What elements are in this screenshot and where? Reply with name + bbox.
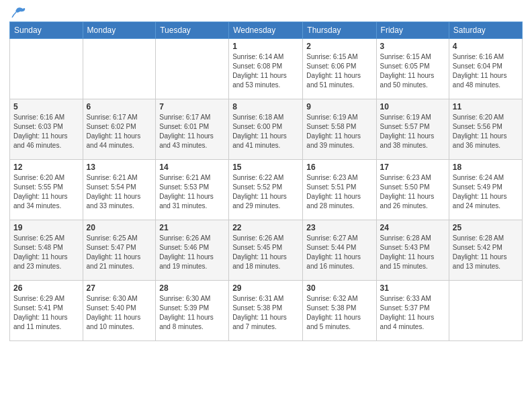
calendar-week-row: 1Sunrise: 6:14 AM Sunset: 6:08 PM Daylig…: [10, 39, 523, 99]
weekday-header-monday: Monday: [83, 22, 156, 39]
day-info: Sunrise: 6:16 AM Sunset: 6:03 PM Dayligh…: [13, 113, 79, 150]
calendar: SundayMondayTuesdayWednesdayThursdayFrid…: [9, 21, 523, 341]
calendar-cell: 23Sunrise: 6:27 AM Sunset: 5:44 PM Dayli…: [303, 220, 376, 281]
day-number: 6: [87, 102, 152, 111]
day-info: Sunrise: 6:32 AM Sunset: 5:38 PM Dayligh…: [306, 294, 372, 332]
day-number: 2: [306, 42, 372, 51]
day-info: Sunrise: 6:15 AM Sunset: 6:05 PM Dayligh…: [380, 52, 445, 90]
day-number: 26: [13, 283, 79, 293]
day-number: 10: [380, 102, 445, 111]
day-number: 29: [232, 283, 299, 293]
day-number: 21: [159, 223, 225, 232]
calendar-cell: 22Sunrise: 6:26 AM Sunset: 5:45 PM Dayli…: [229, 220, 303, 281]
calendar-cell: 11Sunrise: 6:20 AM Sunset: 5:56 PM Dayli…: [449, 99, 522, 160]
day-info: Sunrise: 6:17 AM Sunset: 6:02 PM Dayligh…: [87, 113, 152, 150]
calendar-cell: 10Sunrise: 6:19 AM Sunset: 5:57 PM Dayli…: [376, 99, 449, 160]
calendar-cell: 17Sunrise: 6:23 AM Sunset: 5:50 PM Dayli…: [376, 160, 449, 220]
day-info: Sunrise: 6:31 AM Sunset: 5:38 PM Dayligh…: [232, 294, 299, 332]
calendar-cell: 5Sunrise: 6:16 AM Sunset: 6:03 PM Daylig…: [10, 99, 83, 160]
calendar-cell: 7Sunrise: 6:17 AM Sunset: 6:01 PM Daylig…: [156, 99, 229, 160]
day-info: Sunrise: 6:21 AM Sunset: 5:53 PM Dayligh…: [159, 173, 225, 211]
calendar-cell: 26Sunrise: 6:29 AM Sunset: 5:41 PM Dayli…: [10, 281, 83, 341]
day-info: Sunrise: 6:23 AM Sunset: 5:50 PM Dayligh…: [380, 173, 445, 211]
weekday-header-sunday: Sunday: [10, 22, 83, 39]
day-number: 24: [380, 223, 445, 232]
weekday-header-row: SundayMondayTuesdayWednesdayThursdayFrid…: [10, 22, 523, 39]
day-info: Sunrise: 6:25 AM Sunset: 5:48 PM Dayligh…: [13, 234, 79, 271]
day-number: 15: [232, 163, 299, 172]
day-number: 5: [13, 102, 79, 111]
day-number: 28: [159, 283, 225, 293]
calendar-cell: 14Sunrise: 6:21 AM Sunset: 5:53 PM Dayli…: [156, 160, 229, 220]
logo-bird-icon: [11, 7, 26, 19]
calendar-cell: 25Sunrise: 6:28 AM Sunset: 5:42 PM Dayli…: [449, 220, 522, 281]
day-number: 16: [306, 163, 372, 172]
day-number: 25: [453, 223, 519, 232]
logo: [9, 9, 26, 16]
header: [9, 7, 523, 16]
weekday-header-tuesday: Tuesday: [156, 22, 229, 39]
day-info: Sunrise: 6:33 AM Sunset: 5:37 PM Dayligh…: [380, 294, 445, 332]
calendar-week-row: 12Sunrise: 6:20 AM Sunset: 5:55 PM Dayli…: [10, 160, 523, 220]
weekday-header-wednesday: Wednesday: [229, 22, 303, 39]
day-number: 18: [453, 163, 519, 172]
calendar-cell: 30Sunrise: 6:32 AM Sunset: 5:38 PM Dayli…: [303, 281, 376, 341]
calendar-week-row: 5Sunrise: 6:16 AM Sunset: 6:03 PM Daylig…: [10, 99, 523, 160]
calendar-cell: 1Sunrise: 6:14 AM Sunset: 6:08 PM Daylig…: [229, 39, 303, 99]
day-number: 9: [306, 102, 372, 111]
day-number: 4: [453, 42, 519, 51]
weekday-header-friday: Friday: [376, 22, 449, 39]
calendar-cell: 12Sunrise: 6:20 AM Sunset: 5:55 PM Dayli…: [10, 160, 83, 220]
day-info: Sunrise: 6:26 AM Sunset: 5:45 PM Dayligh…: [232, 234, 299, 271]
day-number: 23: [306, 223, 372, 232]
day-number: 17: [380, 163, 445, 172]
day-number: 11: [453, 102, 519, 111]
day-number: 27: [87, 283, 152, 293]
calendar-cell: 19Sunrise: 6:25 AM Sunset: 5:48 PM Dayli…: [10, 220, 83, 281]
calendar-cell: [449, 281, 522, 341]
day-info: Sunrise: 6:30 AM Sunset: 5:39 PM Dayligh…: [159, 294, 225, 332]
calendar-cell: 21Sunrise: 6:26 AM Sunset: 5:46 PM Dayli…: [156, 220, 229, 281]
day-info: Sunrise: 6:20 AM Sunset: 5:56 PM Dayligh…: [453, 113, 519, 150]
day-info: Sunrise: 6:18 AM Sunset: 6:00 PM Dayligh…: [232, 113, 299, 150]
calendar-cell: 4Sunrise: 6:16 AM Sunset: 6:04 PM Daylig…: [449, 39, 522, 99]
day-info: Sunrise: 6:29 AM Sunset: 5:41 PM Dayligh…: [13, 294, 79, 332]
day-info: Sunrise: 6:26 AM Sunset: 5:46 PM Dayligh…: [159, 234, 225, 271]
weekday-header-saturday: Saturday: [449, 22, 522, 39]
day-number: 3: [380, 42, 445, 51]
day-number: 20: [87, 223, 152, 232]
calendar-cell: 9Sunrise: 6:19 AM Sunset: 5:58 PM Daylig…: [303, 99, 376, 160]
day-info: Sunrise: 6:24 AM Sunset: 5:49 PM Dayligh…: [453, 173, 519, 211]
calendar-week-row: 26Sunrise: 6:29 AM Sunset: 5:41 PM Dayli…: [10, 281, 523, 341]
day-info: Sunrise: 6:17 AM Sunset: 6:01 PM Dayligh…: [159, 113, 225, 150]
day-info: Sunrise: 6:16 AM Sunset: 6:04 PM Dayligh…: [453, 52, 519, 90]
calendar-week-row: 19Sunrise: 6:25 AM Sunset: 5:48 PM Dayli…: [10, 220, 523, 281]
calendar-cell: 16Sunrise: 6:23 AM Sunset: 5:51 PM Dayli…: [303, 160, 376, 220]
day-info: Sunrise: 6:19 AM Sunset: 5:57 PM Dayligh…: [380, 113, 445, 150]
calendar-cell: 13Sunrise: 6:21 AM Sunset: 5:54 PM Dayli…: [83, 160, 156, 220]
calendar-cell: [10, 39, 83, 99]
calendar-cell: 15Sunrise: 6:22 AM Sunset: 5:52 PM Dayli…: [229, 160, 303, 220]
calendar-cell: 18Sunrise: 6:24 AM Sunset: 5:49 PM Dayli…: [449, 160, 522, 220]
day-number: 14: [159, 163, 225, 172]
calendar-cell: [156, 39, 229, 99]
day-info: Sunrise: 6:30 AM Sunset: 5:40 PM Dayligh…: [87, 294, 152, 332]
day-number: 13: [87, 163, 152, 172]
calendar-cell: 8Sunrise: 6:18 AM Sunset: 6:00 PM Daylig…: [229, 99, 303, 160]
day-number: 30: [306, 283, 372, 293]
day-number: 19: [13, 223, 79, 232]
day-info: Sunrise: 6:25 AM Sunset: 5:47 PM Dayligh…: [87, 234, 152, 271]
day-number: 7: [159, 102, 225, 111]
calendar-cell: 29Sunrise: 6:31 AM Sunset: 5:38 PM Dayli…: [229, 281, 303, 341]
day-number: 12: [13, 163, 79, 172]
day-info: Sunrise: 6:27 AM Sunset: 5:44 PM Dayligh…: [306, 234, 372, 271]
calendar-cell: 20Sunrise: 6:25 AM Sunset: 5:47 PM Dayli…: [83, 220, 156, 281]
day-number: 8: [232, 102, 299, 111]
day-number: 22: [232, 223, 299, 232]
day-info: Sunrise: 6:15 AM Sunset: 6:06 PM Dayligh…: [306, 52, 372, 90]
calendar-cell: 2Sunrise: 6:15 AM Sunset: 6:06 PM Daylig…: [303, 39, 376, 99]
day-info: Sunrise: 6:28 AM Sunset: 5:42 PM Dayligh…: [453, 234, 519, 271]
calendar-cell: 31Sunrise: 6:33 AM Sunset: 5:37 PM Dayli…: [376, 281, 449, 341]
day-number: 1: [232, 42, 299, 51]
calendar-cell: 24Sunrise: 6:28 AM Sunset: 5:43 PM Dayli…: [376, 220, 449, 281]
